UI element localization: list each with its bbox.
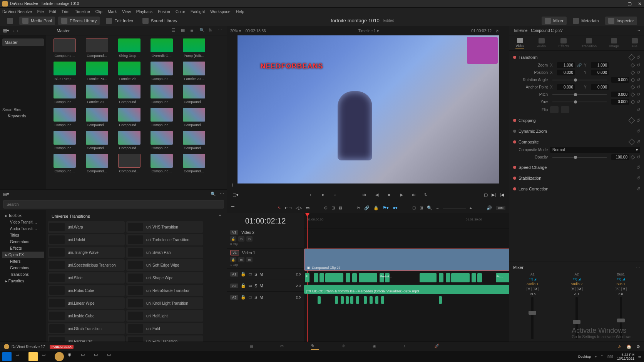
pool-clip[interactable]: Compound…	[146, 62, 177, 81]
pool-clip[interactable]: Compound…	[114, 108, 145, 127]
sort-icon[interactable]: ⇅	[209, 28, 215, 34]
flip-v[interactable]	[561, 106, 569, 113]
pool-clip[interactable]: Compound…	[82, 108, 112, 127]
view-list-icon[interactable]: ≣	[190, 28, 196, 34]
section-composite[interactable]: Composite	[519, 140, 539, 144]
track-a3[interactable]: A3🔒▭SM2.0	[227, 292, 304, 303]
page-media[interactable]: ▦	[249, 344, 257, 350]
fx-tree-node[interactable]: ▸ Favorites	[2, 278, 44, 284]
fullscreen-button[interactable]	[4, 17, 16, 25]
pool-clip[interactable]: Compound…	[146, 85, 177, 104]
pool-clip[interactable]: Compound…	[179, 108, 209, 127]
audio-chunk[interactable]	[318, 296, 321, 304]
zoom-detail-icon[interactable]: ⊞	[420, 205, 423, 210]
page-cut[interactable]: ✂	[280, 344, 288, 350]
page-fairlight[interactable]: ♪	[403, 344, 411, 350]
collapse-icon[interactable]: ⌃	[218, 214, 222, 219]
mixer-options[interactable]: ⋯	[636, 265, 640, 270]
section-dynamic-zoom[interactable]: Dynamic Zoom	[519, 129, 547, 133]
fx-item[interactable]: uni.Unfold	[48, 234, 125, 245]
menu-item[interactable]: Mark	[108, 9, 117, 14]
page-deliver[interactable]: 🚀	[434, 344, 442, 350]
app-icon[interactable]: ▭	[107, 352, 116, 361]
menu-item[interactable]: Fusion	[158, 9, 170, 14]
fx-item[interactable]: uni.Linear Wipe	[48, 297, 125, 309]
tab-transition[interactable]: Transition	[582, 38, 597, 48]
fx-item[interactable]: uni.Fold	[126, 323, 203, 334]
sound-library-button[interactable]: Sound Library	[139, 17, 181, 25]
audio-chunk[interactable]	[432, 273, 437, 282]
menu-item[interactable]: Fairlight	[191, 9, 205, 14]
loop-button[interactable]: ↻	[423, 191, 430, 198]
fx-tree-node[interactable]: Video Transiti…	[2, 219, 44, 225]
app-icon[interactable]: ▭	[94, 352, 103, 361]
view-strip-icon[interactable]: ☰	[172, 28, 178, 34]
chrome-icon[interactable]: ◉	[68, 352, 77, 361]
fx-item[interactable]: uni.Soft Edge Wipe	[126, 259, 203, 271]
fx-item[interactable]: uni.Slide	[48, 272, 125, 284]
section-cropping[interactable]: Cropping	[519, 118, 536, 123]
app-icon[interactable]: ▭	[81, 352, 90, 361]
audio-chunk[interactable]	[350, 296, 353, 304]
fx-tree-node[interactable]: Generators	[2, 239, 44, 245]
viewer[interactable]: NEEDFORBEANS	[238, 35, 499, 184]
next-frame-button[interactable]: ⏭	[410, 191, 417, 198]
tab-file[interactable]: File	[632, 38, 638, 48]
effects-library-button[interactable]: Effects Library	[58, 17, 100, 25]
crop-mode-icon[interactable]: ▢▾	[233, 192, 239, 197]
pool-clip[interactable]: Compound…	[49, 154, 80, 173]
maximize-button[interactable]: ▢	[627, 1, 632, 7]
flag-icon[interactable]: ⚑▾	[383, 205, 389, 210]
menu-item[interactable]: DaVinci Resolve	[2, 9, 32, 14]
nav-back[interactable]: ‹	[13, 28, 15, 33]
fx-item[interactable]: uni.Warp	[48, 221, 125, 233]
tab-video[interactable]: Video	[515, 38, 524, 48]
lock-icon[interactable]: 🔒	[373, 205, 379, 210]
media-pool-button[interactable]: Media Pool	[19, 17, 55, 25]
bin-master[interactable]: Master	[2, 38, 44, 46]
audio-chunk[interactable]	[346, 273, 350, 282]
audio-chunk[interactable]	[335, 296, 338, 304]
pool-menu-icon[interactable]: ▤▾	[3, 28, 9, 33]
zoom-dropdown[interactable]: 20% ▾	[230, 29, 241, 33]
section-speed[interactable]: Speed Change	[519, 165, 547, 170]
link-icon[interactable]: 🔗	[577, 63, 582, 67]
fx-tree-node[interactable]: ▸ Toolbox	[2, 212, 44, 219]
fx-tree-node[interactable]: Generators	[2, 265, 44, 271]
close-button[interactable]: ✕	[638, 1, 642, 7]
fx-options-icon[interactable]: ⋯	[220, 192, 224, 197]
timeline-name[interactable]: Timeline 1	[358, 29, 376, 33]
edit-index-button[interactable]: Edit Index	[103, 17, 136, 25]
mixer-strip[interactable]: A1EQ ◢Audio 1SM+9.6	[512, 272, 554, 339]
replace-icon[interactable]: ⊠	[339, 205, 342, 210]
taskview-button[interactable]: ▭	[15, 352, 25, 361]
menu-item[interactable]: Workspace	[210, 9, 230, 14]
tab-audio[interactable]: Audio	[537, 38, 546, 48]
mixer-strip[interactable]: A2EQ ◢Audio 2SM-1.1	[556, 272, 598, 339]
zoom-x[interactable]: 1.000	[557, 62, 575, 68]
track-a1[interactable]: A1🔒▭SM2.0	[227, 269, 304, 280]
fx-item[interactable]: uni.VHS Transition	[126, 221, 203, 233]
clip-audio-a2[interactable]: ['THUB.CC] Rarin & Tommy Ice - Mercedes …	[304, 285, 509, 294]
pos-x[interactable]: 0.000	[557, 70, 575, 75]
pool-clip[interactable]: Shing Drop…	[114, 38, 145, 58]
dynamic-trim-tool[interactable]: ◁▷	[296, 205, 302, 210]
search-input[interactable]	[3, 200, 224, 209]
menu-item[interactable]: File	[37, 9, 44, 14]
rotation-slider[interactable]	[552, 80, 607, 80]
pool-clip[interactable]: Compound…	[179, 131, 209, 150]
prev-marker[interactable]: ‹	[307, 191, 314, 198]
menu-item[interactable]: Trim	[62, 9, 70, 14]
link-icon[interactable]: 🔗	[364, 205, 370, 210]
expand-icon[interactable]: ⋯	[636, 28, 640, 33]
audio-chunk[interactable]	[375, 296, 378, 304]
track-a2[interactable]: A2🔒▭SM2.0	[227, 280, 304, 292]
fx-item[interactable]: uni.HalfLight	[126, 310, 203, 322]
marker-icon[interactable]: ●▾	[393, 205, 398, 210]
match-frame-icon[interactable]: ▢	[484, 192, 488, 197]
menu-item[interactable]: Color	[176, 9, 185, 14]
pool-clip[interactable]: Compound…	[146, 154, 177, 173]
fx-item[interactable]: uni.RetroGrade Transition	[126, 285, 203, 296]
pool-clip[interactable]: Pump (Edit…	[179, 38, 209, 58]
menu-item[interactable]: Playback	[136, 9, 153, 14]
